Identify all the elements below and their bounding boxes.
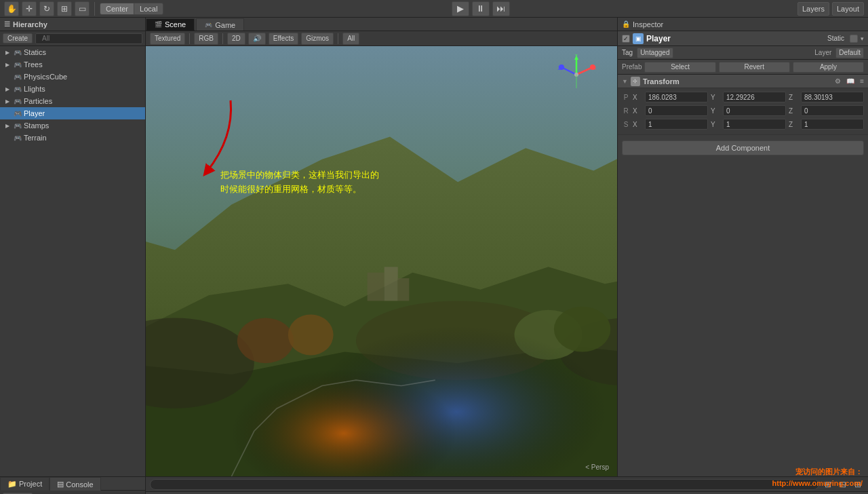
- scene-viewport[interactable]: 把场景中的物体归类，这样当我们导出的 时候能很好的重用网格，材质等等。: [146, 46, 617, 476]
- transform-component-header[interactable]: ▼ ⊹ Transform ⚙ 📖 ≡: [618, 75, 868, 88]
- scale-label: S: [622, 121, 630, 128]
- play-btn[interactable]: ▶: [452, 1, 469, 16]
- hier-item-player[interactable]: 🎮 Player: [0, 107, 145, 119]
- view-tabs: 🎬 Scene 🎮 Game: [146, 18, 617, 31]
- effects-btn[interactable]: Effects: [269, 33, 298, 45]
- center-local-group: Center Local: [100, 3, 163, 15]
- hierarchy-search[interactable]: [35, 33, 142, 44]
- prefab-label: Prefab: [622, 63, 642, 71]
- svg-line-21: [563, 68, 576, 75]
- rect-tool-btn[interactable]: ▭: [75, 1, 90, 16]
- layers-dropdown[interactable]: Layers: [797, 2, 829, 16]
- center-btn[interactable]: Center: [100, 3, 134, 14]
- pos-x-field[interactable]: 186.0283: [645, 92, 708, 102]
- gizmo: Y X Z: [556, 54, 597, 95]
- pos-z-field[interactable]: 88.30193: [801, 92, 864, 102]
- lock-icon: 🔒: [622, 20, 630, 28]
- rgb-btn[interactable]: RGB: [194, 33, 218, 45]
- persp-label: < Persp: [585, 463, 609, 471]
- rot-y-field[interactable]: 0: [723, 105, 786, 116]
- hand-tool-btn[interactable]: ✋: [4, 1, 19, 16]
- scale-x-field[interactable]: 1: [645, 119, 708, 130]
- assets-search-input[interactable]: [150, 479, 819, 490]
- hier-item-physicscube[interactable]: 🎮 PhysicsCube: [0, 71, 145, 83]
- 2d-btn[interactable]: 2D: [227, 33, 245, 45]
- scene-tb-sep-2: [222, 33, 223, 44]
- hier-item-stamps[interactable]: ▶ 🎮 Stamps: [0, 119, 145, 132]
- position-row: P X 186.0283 Y 12.29226 Z 88.30193: [622, 91, 864, 103]
- rotate-tool-btn[interactable]: ↻: [39, 1, 54, 16]
- top-toolbar: ✋ ✛ ↻ ⊞ ▭ Center Local ▶ ⏸ ⏭ Layers Layo…: [0, 0, 868, 18]
- hier-item-llights[interactable]: ▶ 🎮 Llights: [0, 83, 145, 95]
- object-enabled-checkbox[interactable]: ✓: [622, 35, 630, 43]
- prefab-apply-btn[interactable]: Apply: [793, 62, 864, 73]
- prefab-select-btn[interactable]: Select: [644, 62, 715, 73]
- hier-item-terrain[interactable]: 🎮 Terrain: [0, 132, 145, 144]
- transform-menu-icon[interactable]: ≡: [860, 77, 864, 85]
- pause-btn[interactable]: ⏸: [472, 1, 490, 16]
- scale-tool-btn[interactable]: ⊞: [57, 1, 72, 16]
- scale-x-label: X: [633, 121, 642, 128]
- gizmos-btn[interactable]: Gizmos: [301, 33, 334, 45]
- transform-book-icon: 📖: [846, 77, 854, 85]
- scale-z-label: Z: [789, 121, 798, 128]
- tag-dropdown[interactable]: Untagged: [637, 48, 673, 58]
- layout-dropdown[interactable]: Layout: [832, 2, 864, 16]
- svg-text:Y: Y: [574, 54, 578, 58]
- transform-icon: ⊹: [631, 77, 640, 86]
- bottom-left-panel: 📁 Project ▤ Console Create ▼ ★ Favorites…: [0, 477, 146, 494]
- textured-btn[interactable]: Textured: [150, 33, 185, 45]
- hierarchy-list: ▶ 🎮 Statics ▶ 🎮 Trees 🎮 PhysicsCube ▶ 🎮 …: [0, 46, 145, 476]
- gizmo-svg: Y X Z: [556, 54, 597, 95]
- tab-console[interactable]: ▤ Console: [50, 477, 100, 491]
- pos-y-label: Y: [711, 94, 720, 101]
- scene-tab-icon: 🎬: [155, 21, 162, 28]
- hier-item-trees[interactable]: ▶ 🎮 Trees: [0, 58, 145, 71]
- main-area: ☰ Hierarchy Create ▶ 🎮 Statics ▶ 🎮 Trees…: [0, 18, 868, 476]
- prefab-revert-btn[interactable]: Revert: [719, 62, 790, 73]
- inspector-header: 🔒 Inspector: [618, 18, 868, 31]
- step-btn[interactable]: ⏭: [492, 1, 510, 16]
- static-checkbox[interactable]: [850, 35, 858, 43]
- rot-y-label: Y: [711, 107, 720, 115]
- move-tool-btn[interactable]: ✛: [22, 1, 37, 16]
- scale-y-field[interactable]: 1: [723, 119, 786, 130]
- layer-dropdown[interactable]: Default: [835, 48, 864, 58]
- inspector-tag-layer: Tag Untagged Layer Default: [618, 46, 868, 60]
- rot-z-label: Z: [789, 107, 798, 115]
- add-component-btn[interactable]: Add Component: [622, 140, 864, 155]
- static-dropdown-arrow[interactable]: ▾: [861, 35, 864, 42]
- all-btn[interactable]: All: [342, 33, 359, 45]
- project-tab-label: Project: [19, 480, 42, 488]
- rot-x-field[interactable]: 0: [645, 105, 708, 116]
- play-controls: ▶ ⏸ ⏭: [452, 1, 510, 16]
- tab-scene[interactable]: 🎬 Scene: [146, 18, 195, 31]
- hier-item-particles[interactable]: ▶ 🎮 Particles: [0, 95, 145, 107]
- rot-z-field[interactable]: 0: [801, 105, 864, 116]
- static-label: Static: [827, 35, 844, 42]
- hierarchy-create-btn[interactable]: Create: [3, 33, 33, 43]
- center-area: 🎬 Scene 🎮 Game Textured RGB 2D 🔊 Effects…: [146, 18, 617, 476]
- annotation-text: 把场景中的物体归类，这样当我们导出的 时候能很好的重用网格，材质等等。: [220, 168, 379, 197]
- bottom-tabs: 📁 Project ▤ Console: [0, 477, 145, 491]
- bottom-area: 📁 Project ▤ Console Create ▼ ★ Favorites…: [0, 476, 868, 494]
- hierarchy-toolbar: Create: [0, 31, 145, 46]
- hierarchy-header: ☰ Hierarchy: [0, 18, 145, 31]
- object-name: Player: [646, 34, 825, 43]
- local-btn[interactable]: Local: [134, 3, 163, 14]
- fx-btn[interactable]: 🔊: [248, 33, 266, 45]
- scene-tb-sep-1: [189, 33, 190, 44]
- hierarchy-icon: ☰: [4, 20, 10, 28]
- svg-text:X: X: [593, 65, 597, 71]
- hier-item-statics[interactable]: ▶ 🎮 Statics: [0, 46, 145, 58]
- tab-game[interactable]: 🎮 Game: [196, 18, 244, 31]
- rotation-label: R: [622, 107, 630, 115]
- annotation-line1: 把场景中的物体归类，这样当我们导出的: [220, 168, 379, 183]
- scale-z-field[interactable]: 1: [801, 119, 864, 130]
- bottom-main-panel: ⊞ ⊟ ⊞ Assets ▶ 📁 Assets 📁 NGUI 📁 Scripts…: [146, 477, 868, 494]
- pos-x-label: X: [633, 94, 642, 101]
- tab-project[interactable]: 📁 Project: [0, 477, 50, 491]
- pos-y-field[interactable]: 12.29226: [723, 92, 786, 102]
- inspector-title: Inspector: [633, 20, 663, 28]
- hierarchy-title: Hierarchy: [13, 20, 47, 28]
